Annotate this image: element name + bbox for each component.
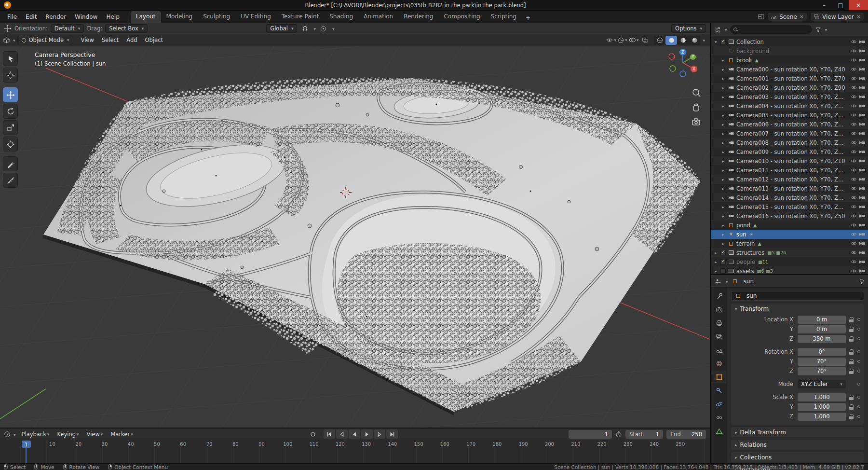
disable-in-renders-camera-icon[interactable]: [859, 250, 865, 255]
disable-in-renders-camera-icon[interactable]: [859, 104, 865, 108]
expand-arrow[interactable]: ▸: [722, 214, 728, 219]
expand-arrow[interactable]: ▸: [715, 260, 720, 264]
gizmos-dropdown[interactable]: [618, 36, 627, 45]
scale-tool[interactable]: [3, 120, 18, 135]
view-layer-selector[interactable]: View Layer ×: [810, 12, 864, 21]
collapsed-panel[interactable]: Collections: [731, 452, 864, 462]
hide-in-viewport-eye-icon[interactable]: [851, 58, 857, 62]
expand-arrow[interactable]: ▸: [722, 241, 728, 246]
properties-editor-caret[interactable]: [725, 278, 728, 285]
topbar-menu[interactable]: Render: [41, 11, 70, 23]
minimize-button[interactable]: –: [816, 0, 832, 10]
outliner-row[interactable]: ▸ Camera011 - sun rotation X0, Y70, Z230: [711, 166, 868, 175]
expand-arrow[interactable]: ▸: [715, 250, 720, 255]
tab-render[interactable]: [712, 303, 726, 316]
hide-in-viewport-eye-icon[interactable]: [851, 177, 857, 181]
expand-arrow[interactable]: ▸: [722, 67, 728, 72]
timeline-menu[interactable]: Keying: [53, 431, 82, 438]
tab-physics[interactable]: [712, 398, 726, 410]
outliner-row[interactable]: ▸ Camera006 - sun rotation X0, Y70, Z107: [711, 120, 868, 129]
tab-object[interactable]: [712, 371, 726, 383]
lock-icon[interactable]: [848, 404, 854, 410]
workspace-tab[interactable]: Sculpting: [198, 11, 235, 23]
filter-funnel-icon[interactable]: [815, 27, 821, 33]
expand-arrow[interactable]: ▸: [722, 131, 728, 136]
tab-object-data[interactable]: [712, 425, 726, 437]
start-frame-field[interactable]: Start1: [625, 430, 663, 439]
disable-in-renders-camera-icon[interactable]: [859, 113, 865, 117]
disable-in-renders-camera-icon[interactable]: [859, 85, 865, 90]
keyframe-dot-icon[interactable]: [857, 337, 860, 340]
collection-checkbox[interactable]: [720, 259, 726, 264]
disable-in-renders-camera-icon[interactable]: [859, 131, 865, 136]
object-visibility-dropdown[interactable]: [606, 36, 616, 45]
tab-output[interactable]: [712, 317, 726, 329]
disable-in-renders-camera-icon[interactable]: [859, 205, 865, 209]
view-layer-unlink-icon[interactable]: ×: [856, 14, 861, 20]
gizmo-neg-z-axis[interactable]: [680, 71, 686, 77]
hide-in-viewport-eye-icon[interactable]: [851, 104, 857, 108]
workspace-tab[interactable]: Texture Paint: [276, 11, 324, 23]
playhead-frame-badge[interactable]: 1: [22, 441, 31, 448]
expand-arrow[interactable]: ▸: [722, 58, 728, 63]
hide-in-viewport-eye-icon[interactable]: [851, 150, 857, 154]
disable-in-renders-camera-icon[interactable]: [859, 76, 865, 81]
lock-icon[interactable]: [848, 326, 854, 332]
hide-in-viewport-eye-icon[interactable]: [851, 205, 857, 209]
topbar-menu[interactable]: File: [3, 11, 21, 23]
timeline-menu[interactable]: Playback: [18, 431, 54, 438]
collection-checkbox[interactable]: [720, 268, 726, 274]
keyframe-dot-icon[interactable]: [857, 383, 860, 386]
collapsed-panel[interactable]: Relations: [731, 440, 864, 450]
orientation-dropdown[interactable]: Default: [51, 24, 84, 33]
collection-checkbox[interactable]: [720, 250, 726, 255]
editor-type-properties-icon[interactable]: [715, 278, 721, 285]
snap-dropdown-caret[interactable]: [312, 25, 316, 32]
outliner-row[interactable]: ▸ Camera007 - sun rotation X0, Y70, Z145: [711, 129, 868, 138]
outliner-row[interactable]: ▸ Camera004 - sun rotation X0, Y70, Z150: [711, 101, 868, 111]
expand-arrow[interactable]: ▸: [722, 104, 728, 109]
keyframe-dot-icon[interactable]: [857, 360, 860, 363]
disable-in-renders-camera-icon[interactable]: [859, 195, 865, 200]
outliner-row[interactable]: ▸ Camera016 - sun rotation X0, Y70, Z50: [711, 211, 868, 221]
lock-icon[interactable]: [848, 359, 854, 365]
proportional-dropdown-caret[interactable]: [331, 25, 335, 32]
keyframe-dot-icon[interactable]: [857, 370, 860, 373]
outliner-row[interactable]: ▸ Camera001 - sun rotation X0, Y70, Z70: [711, 74, 868, 83]
disable-in-renders-camera-icon[interactable]: [859, 241, 865, 246]
outliner-search-input[interactable]: [730, 25, 812, 34]
disable-in-renders-camera-icon[interactable]: [859, 214, 865, 218]
workspace-tab[interactable]: Compositing: [438, 11, 485, 23]
expand-arrow[interactable]: ▸: [722, 159, 728, 164]
hide-in-viewport-eye-icon[interactable]: [851, 140, 857, 145]
expand-arrow[interactable]: ▸: [722, 122, 728, 127]
jump-to-end-button[interactable]: [386, 429, 398, 439]
hide-in-viewport-eye-icon[interactable]: [851, 250, 857, 255]
disable-in-renders-camera-icon[interactable]: [859, 186, 865, 191]
hide-in-viewport-eye-icon[interactable]: [851, 67, 857, 71]
keyframe-dot-icon[interactable]: [857, 405, 860, 408]
hide-in-viewport-eye-icon[interactable]: [851, 232, 857, 236]
disable-in-renders-camera-icon[interactable]: [859, 58, 865, 62]
timeline-menu[interactable]: Marker: [107, 431, 136, 438]
keyframe-dot-icon[interactable]: [857, 328, 860, 331]
tab-view-layer[interactable]: [712, 330, 726, 343]
outliner-row[interactable]: ▸ structures ▦5 ▦76: [711, 248, 868, 257]
hide-in-viewport-eye-icon[interactable]: [851, 40, 857, 44]
proportional-edit-icon[interactable]: [319, 24, 328, 33]
hide-in-viewport-eye-icon[interactable]: [851, 131, 857, 136]
field-value[interactable]: 1.000: [798, 393, 846, 401]
editor-type-3d-viewport-icon[interactable]: [3, 37, 10, 44]
outliner-row[interactable]: ▸ sun ☀: [711, 230, 868, 239]
workspace-tab[interactable]: Animation: [358, 11, 398, 23]
play-button[interactable]: [361, 429, 373, 439]
shading-wireframe-button[interactable]: [654, 36, 665, 45]
outliner-row[interactable]: ▸ pond ▲: [711, 221, 868, 230]
disable-in-renders-camera-icon[interactable]: [859, 40, 865, 44]
outliner-row[interactable]: ▸ assets ▦6 ▦3: [711, 266, 868, 274]
hide-in-viewport-eye-icon[interactable]: [851, 269, 857, 273]
scene-selector[interactable]: Scene ×: [767, 12, 807, 21]
hide-in-viewport-eye-icon[interactable]: [851, 122, 857, 126]
outliner-row[interactable]: ▸ Camera000 - sun rotation X0, Y70, Z40: [711, 65, 868, 74]
shading-material-button[interactable]: [677, 36, 689, 45]
